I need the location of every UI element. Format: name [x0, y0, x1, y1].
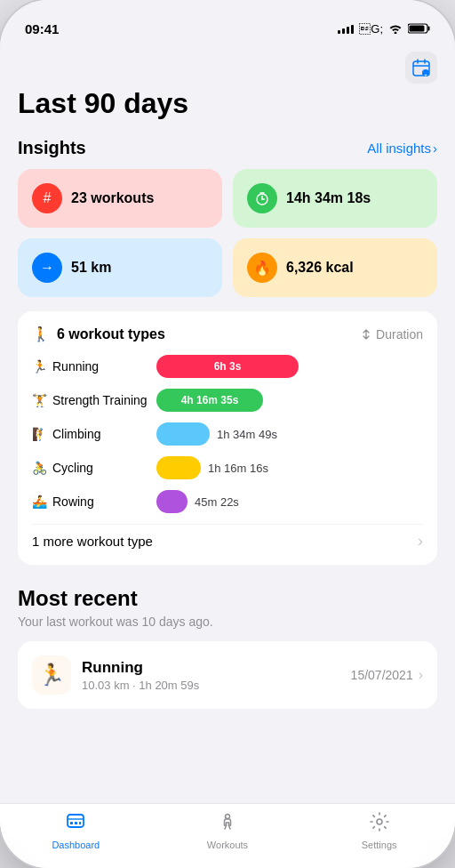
status-bar: 09:41 G;: [0, 0, 455, 44]
all-insights-link[interactable]: All insights ›: [367, 141, 437, 156]
duration-icon: [247, 183, 277, 213]
rowing-bar: [156, 490, 188, 513]
chevron-right-icon: ›: [419, 667, 423, 683]
svg-point-18: [225, 815, 229, 819]
duration-value: 14h 34m 18s: [286, 189, 371, 206]
more-types-row[interactable]: 1 more workout type ›: [32, 524, 423, 551]
cycling-label: 🚴 Cycling: [32, 461, 156, 475]
recent-workout-date: 15/07/2021: [351, 668, 413, 682]
dashboard-tab-icon: [65, 811, 86, 838]
workout-types-card: 🚶 6 workout types Duration 🏃 Running 6h …: [18, 311, 437, 565]
person-walk-icon: 🚶: [32, 326, 50, 342]
calories-value: 6,326 kcal: [286, 259, 354, 276]
strength-bar-container: 4h 16m 35s: [156, 389, 423, 412]
chevron-right-icon: ›: [433, 141, 437, 156]
tab-bar: Dashboard Workouts Settings: [0, 803, 455, 868]
strength-bar: 4h 16m 35s: [156, 389, 263, 412]
rowing-bar-container: 45m 22s: [156, 490, 423, 513]
running-bar-container: 6h 3s: [156, 355, 423, 378]
recent-subtitle: Your last workout was 10 days ago.: [18, 615, 437, 629]
svg-rect-1: [428, 27, 430, 31]
sort-duration-button[interactable]: Duration: [360, 327, 423, 342]
workout-row-climbing: 🧗 Climbing 1h 34m 49s: [32, 422, 423, 446]
wifi-icon: [388, 23, 403, 34]
strength-icon: 🏋️: [32, 393, 47, 407]
cycling-bar: [156, 456, 201, 479]
running-label: 🏃 Running: [32, 359, 156, 374]
svg-point-19: [377, 819, 382, 824]
workouts-tab-label: Workouts: [207, 840, 248, 850]
svg-rect-2: [410, 26, 425, 32]
cycling-time: 1h 16m 16s: [208, 462, 268, 475]
signal-icon: [338, 23, 354, 34]
battery-icon: [408, 23, 430, 34]
distance-icon: →: [32, 253, 62, 283]
most-recent-title: Most recent: [18, 586, 437, 611]
workout-row-rowing: 🚣 Rowing 45m 22s: [32, 490, 423, 513]
calories-icon: 🔥: [247, 253, 277, 283]
workout-types-title: 🚶 6 workout types: [32, 326, 165, 342]
svg-text:+: +: [424, 72, 427, 77]
recent-workout-icon: 🏃: [32, 655, 71, 695]
page-title: Last 90 days: [18, 87, 437, 120]
recent-workout-card[interactable]: 🏃 Running 10.03 km · 1h 20m 59s 15/07/20…: [18, 641, 437, 709]
status-icons: G;: [338, 22, 430, 36]
rowing-icon: 🚣: [32, 494, 47, 509]
cycling-icon: 🚴: [32, 461, 47, 475]
running-icon: 🏃: [32, 359, 47, 374]
recent-workout-right: 15/07/2021 ›: [351, 667, 423, 683]
workouts-icon: #: [32, 183, 62, 213]
more-types-text: 1 more workout type: [32, 534, 153, 549]
phone-frame: 09:41 G;: [0, 0, 455, 868]
rowing-label: 🚣 Rowing: [32, 494, 156, 509]
climbing-icon: 🧗: [32, 427, 47, 441]
tab-dashboard[interactable]: Dashboard: [49, 811, 102, 850]
workouts-value: 23 workouts: [71, 189, 154, 206]
climbing-label: 🧗 Climbing: [32, 427, 156, 441]
workout-row-running: 🏃 Running 6h 3s: [32, 355, 423, 378]
climbing-bar-container: 1h 34m 49s: [156, 422, 423, 446]
calendar-button[interactable]: +: [405, 52, 437, 84]
insight-card-calories: 🔥 6,326 kcal: [233, 238, 437, 297]
cycling-bar-container: 1h 16m 16s: [156, 456, 423, 479]
main-scroll: + Last 90 days Insights All insights › #…: [0, 44, 455, 803]
top-bar: +: [18, 44, 437, 87]
insight-card-distance: → 51 km: [18, 238, 222, 297]
distance-value: 51 km: [71, 259, 111, 276]
most-recent-section: Most recent Your last workout was 10 day…: [18, 586, 437, 709]
settings-tab-icon: [369, 811, 390, 838]
wifi-icon: G;: [359, 22, 383, 36]
recent-workout-name: Running: [82, 659, 340, 677]
workout-row-strength: 🏋️ Strength Training 4h 16m 35s: [32, 389, 423, 412]
workout-row-cycling: 🚴 Cycling 1h 16m 16s: [32, 456, 423, 479]
rowing-time: 45m 22s: [195, 495, 239, 509]
dashboard-tab-label: Dashboard: [52, 840, 100, 850]
insights-header: Insights All insights ›: [18, 138, 437, 158]
insight-card-workouts: # 23 workouts: [18, 169, 222, 228]
chevron-right-icon: ›: [418, 532, 423, 551]
svg-rect-13: [68, 815, 84, 827]
insights-title: Insights: [18, 138, 86, 158]
recent-workout-info: Running 10.03 km · 1h 20m 59s: [82, 659, 340, 692]
status-time: 09:41: [25, 21, 59, 36]
running-bar: 6h 3s: [156, 355, 299, 378]
svg-rect-15: [70, 822, 73, 824]
insight-card-duration: 14h 34m 18s: [233, 169, 437, 228]
insights-grid: # 23 workouts 14h 34m 18s → 51 km: [18, 169, 437, 297]
climbing-time: 1h 34m 49s: [217, 428, 277, 441]
tab-settings[interactable]: Settings: [353, 811, 406, 850]
svg-rect-16: [75, 822, 77, 824]
svg-rect-17: [79, 822, 81, 824]
strength-label: 🏋️ Strength Training: [32, 393, 156, 407]
workout-types-header: 🚶 6 workout types Duration: [32, 326, 423, 342]
climbing-bar: [156, 422, 210, 446]
recent-workout-details: 10.03 km · 1h 20m 59s: [82, 679, 340, 692]
workouts-tab-icon: [217, 811, 238, 838]
tab-workouts[interactable]: Workouts: [201, 811, 254, 850]
settings-tab-label: Settings: [362, 840, 397, 850]
